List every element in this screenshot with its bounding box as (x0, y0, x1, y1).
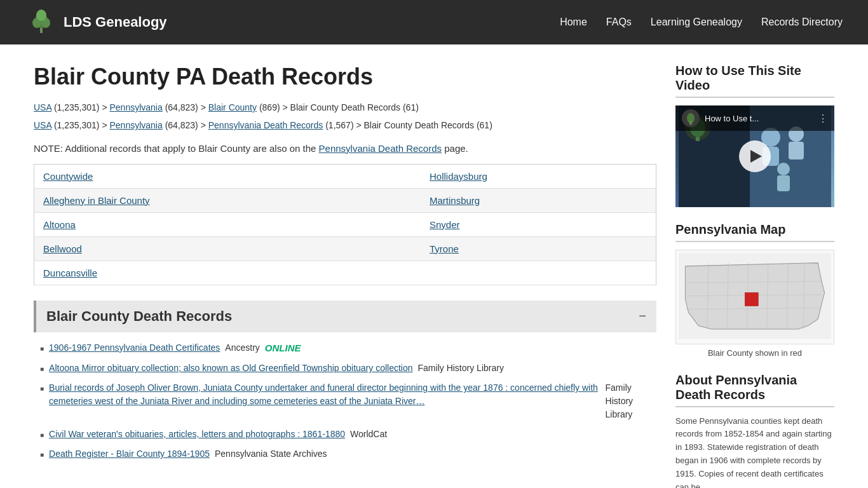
video-section: How to Use This Site Video (675, 64, 834, 207)
note-text: NOTE: Additional records that apply to B… (34, 143, 656, 154)
record-link[interactable]: 1906-1967 Pennsylvania Death Certificate… (49, 341, 220, 355)
section-header: Blair County Death Records − (34, 301, 656, 332)
breadcrumb-pa-death[interactable]: Pennsylvania Death Records (208, 120, 323, 130)
breadcrumb-pa-1[interactable]: Pennsylvania (109, 102, 162, 112)
table-row: AltoonaSnyder (34, 212, 656, 236)
table-cell: Duncansville (34, 261, 421, 285)
list-item: 1906-1967 Pennsylvania Death Certificate… (40, 341, 656, 356)
table-row: Duncansville (34, 261, 656, 285)
list-item: Burial records of Joseph Oliver Brown, J… (40, 381, 656, 421)
location-link[interactable]: Allegheny in Blair County (43, 195, 150, 206)
record-link[interactable]: Death Register - Blair County 1894-1905 (49, 447, 210, 461)
video-overlay: How to Use t... ⋮ (675, 105, 834, 131)
table-cell (421, 261, 656, 285)
table-cell: Bellwood (34, 236, 421, 261)
location-link[interactable]: Countywide (43, 171, 93, 182)
table-row: BellwoodTyrone (34, 236, 656, 261)
site-header: LDS Genealogy Home FAQs Learning Genealo… (0, 0, 868, 44)
breadcrumb-usa-1[interactable]: USA (34, 102, 51, 112)
online-badge: ONLINE (265, 341, 301, 356)
breadcrumb-2: USA (1,235,301) > Pennsylvania (64,823) … (34, 118, 656, 132)
about-section: About Pennsylvania Death Records Some Pe… (675, 373, 834, 488)
svg-point-12 (777, 163, 790, 175)
play-button[interactable] (739, 140, 771, 172)
content-area: Blair County PA Death Records USA (1,235… (34, 64, 656, 488)
section-title: Blair County Death Records (46, 308, 232, 325)
table-cell: Tyrone (421, 236, 656, 261)
main-nav: Home FAQs Learning Genealogy Records Dir… (560, 17, 843, 28)
table-cell: Martinsburg (421, 188, 656, 212)
svg-point-5 (36, 10, 46, 21)
location-link[interactable]: Bellwood (43, 243, 82, 254)
svg-rect-11 (789, 142, 804, 159)
video-logo-small (682, 109, 700, 127)
location-link[interactable]: Tyrone (430, 243, 459, 254)
map-section-title: Pennsylvania Map (675, 222, 834, 242)
breadcrumb-blair-1[interactable]: Blair County (208, 102, 257, 112)
breadcrumb-1: USA (1,235,301) > Pennsylvania (64,823) … (34, 100, 656, 114)
logo-text: LDS Genealogy (64, 14, 167, 30)
list-item: Altoona Mirror obituary collection; also… (40, 362, 656, 375)
svg-rect-31 (745, 293, 758, 306)
nav-learning[interactable]: Learning Genealogy (651, 17, 742, 28)
svg-rect-20 (689, 121, 692, 125)
breadcrumb-usa-2[interactable]: USA (34, 120, 51, 130)
logo-icon (25, 6, 57, 38)
table-cell: Snyder (421, 212, 656, 236)
location-link[interactable]: Hollidaysburg (430, 171, 487, 182)
pa-map-svg (679, 253, 831, 339)
sidebar: How to Use This Site Video (675, 64, 834, 488)
note-link[interactable]: Pennsylvania Death Records (319, 143, 442, 154)
record-link[interactable]: Altoona Mirror obituary collection; also… (49, 362, 412, 375)
video-more-icon: ⋮ (818, 112, 828, 125)
list-item: Death Register - Blair County 1894-1905 … (40, 447, 656, 461)
record-link[interactable]: Burial records of Joseph Oliver Brown, J… (49, 381, 600, 408)
location-table: CountywideHollidaysburgAllegheny in Blai… (34, 164, 656, 285)
table-cell: Hollidaysburg (421, 164, 656, 188)
logo-area: LDS Genealogy (25, 6, 560, 38)
page-title: Blair County PA Death Records (34, 64, 656, 90)
table-cell: Allegheny in Blair County (34, 188, 421, 212)
collapse-button[interactable]: − (639, 309, 646, 323)
location-link[interactable]: Martinsburg (430, 195, 480, 206)
about-section-title: About Pennsylvania Death Records (675, 373, 834, 407)
nav-faqs[interactable]: FAQs (606, 17, 632, 28)
pa-map (675, 250, 834, 344)
video-thumb-title: How to Use t... (705, 114, 759, 123)
breadcrumb-pa-2[interactable]: Pennsylvania (109, 120, 162, 130)
list-item: Civil War veteran's obituaries, articles… (40, 428, 656, 441)
location-link[interactable]: Snyder (430, 219, 460, 230)
nav-home[interactable]: Home (560, 17, 587, 28)
table-row: Allegheny in Blair CountyMartinsburg (34, 188, 656, 212)
main-container: Blair County PA Death Records USA (1,235… (21, 44, 847, 488)
table-cell: Countywide (34, 164, 421, 188)
table-cell: Altoona (34, 212, 421, 236)
nav-records[interactable]: Records Directory (761, 17, 843, 28)
map-section: Pennsylvania Map (675, 222, 834, 358)
map-caption: Blair County shown in red (675, 348, 834, 358)
play-icon (750, 150, 762, 163)
record-link[interactable]: Civil War veteran's obituaries, articles… (49, 428, 345, 441)
about-text: Some Pennsylvania counties kept death re… (675, 415, 834, 488)
record-list: 1906-1967 Pennsylvania Death Certificate… (34, 341, 656, 461)
svg-rect-13 (777, 175, 790, 191)
video-section-title: How to Use This Site Video (675, 64, 834, 98)
table-row: CountywideHollidaysburg (34, 164, 656, 188)
video-thumbnail[interactable]: How to Use t... ⋮ (675, 105, 834, 207)
location-link[interactable]: Duncansville (43, 268, 97, 278)
location-link[interactable]: Altoona (43, 219, 76, 230)
